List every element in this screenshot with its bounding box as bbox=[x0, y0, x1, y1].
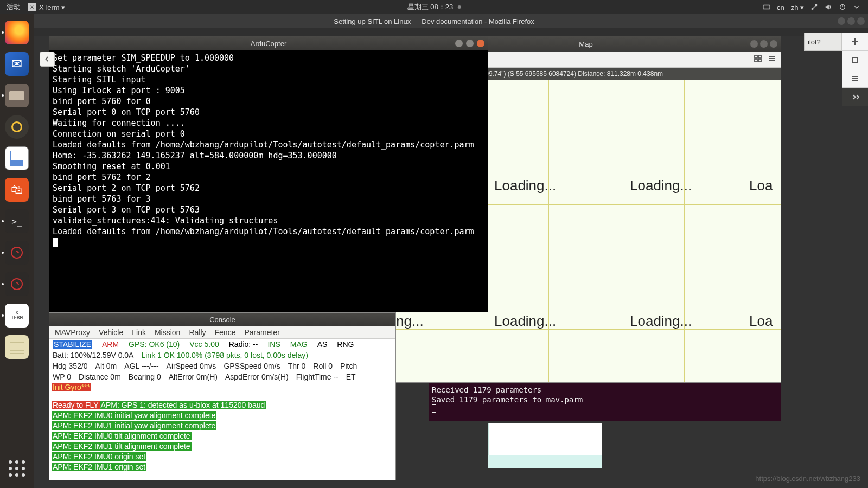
log-ekf-2: APM: EKF2 IMU1 initial yaw alignment com… bbox=[52, 421, 216, 430]
map-loading-1: Loading... bbox=[494, 177, 556, 194]
firefox-sidebuttons bbox=[842, 33, 868, 106]
map-close-button[interactable] bbox=[770, 40, 777, 48]
status-wp: WP 0 bbox=[53, 373, 71, 381]
app-menu[interactable]: X XTerm ▾ bbox=[28, 3, 65, 11]
console-row-2: Batt: 100%/12.59V 0.0A Link 1 OK 100.0% … bbox=[49, 350, 395, 361]
minimize-button[interactable] bbox=[838, 17, 845, 25]
status-pitch: Pitch bbox=[340, 362, 357, 370]
menu-mavproxy[interactable]: MAVProxy bbox=[55, 328, 90, 337]
map-maximize-button[interactable] bbox=[760, 40, 768, 48]
log-ekf-5: APM: EKF2 IMU0 origin set bbox=[52, 452, 146, 461]
gterm-line-1: Received 1179 parameters bbox=[432, 385, 778, 395]
map-loading-5: Loading... bbox=[494, 313, 556, 330]
close-button[interactable] bbox=[857, 17, 865, 25]
ime-zh[interactable]: zh ▾ bbox=[791, 3, 804, 11]
new-tab-button[interactable] bbox=[842, 33, 868, 51]
dock-notes[interactable] bbox=[5, 335, 29, 359]
console-menubar: MAVProxy Vehicle Link Mission Rally Fenc… bbox=[49, 326, 395, 339]
status-link: Link 1 OK 100.0% (3798 pkts, 0 lost, 0.0… bbox=[141, 351, 308, 359]
extensions-button[interactable] bbox=[842, 51, 868, 69]
page-fragment-2 bbox=[488, 455, 602, 468]
dock-rhythmbox[interactable] bbox=[5, 115, 29, 139]
menu-link[interactable]: Link bbox=[132, 328, 146, 337]
chevron-down-icon[interactable] bbox=[853, 3, 860, 11]
log-init-gyro: Init Gyro*** bbox=[52, 383, 91, 391]
status-gpsspeed: GPSSpeed 0m/s bbox=[224, 362, 280, 370]
status-mag: MAG bbox=[290, 340, 308, 349]
watermark: https://blog.csdn.net/wbzhang233 bbox=[755, 474, 860, 483]
status-alt: Alt 0m bbox=[95, 362, 117, 370]
dock-software[interactable]: 🛍 bbox=[5, 178, 29, 202]
gnome-terminal[interactable]: Received 1179 parameters Saved 1179 para… bbox=[429, 383, 781, 421]
status-alterror: AltError 0m(H) bbox=[169, 373, 218, 381]
menu-mission[interactable]: Mission bbox=[155, 328, 180, 337]
svg-rect-0 bbox=[763, 5, 770, 9]
clock[interactable]: 星期三 08：23 bbox=[407, 2, 454, 12]
dock-app-2[interactable] bbox=[5, 272, 29, 296]
map-tool-icon-1[interactable] bbox=[754, 54, 762, 65]
xterm-icon: X bbox=[28, 3, 36, 11]
map-loading-3: Loa bbox=[749, 177, 773, 194]
dock-xterm[interactable]: XTERM bbox=[5, 304, 29, 328]
gterm-line-2: Saved 1179 parameters to mav.parm bbox=[432, 395, 778, 404]
svg-rect-6 bbox=[758, 55, 761, 58]
map-title: Map bbox=[579, 40, 592, 48]
dock-files[interactable] bbox=[5, 84, 29, 107]
notification-dot-icon bbox=[457, 5, 461, 9]
status-airspeed: AirSpeed 0m/s bbox=[167, 362, 216, 370]
browser-tab-fragment[interactable]: ilot? bbox=[804, 33, 842, 51]
status-as: AS bbox=[317, 340, 328, 349]
xterm-cursor bbox=[53, 238, 58, 247]
menu-fence[interactable]: Fence bbox=[215, 328, 236, 337]
menu-parameter[interactable]: Parameter bbox=[244, 328, 279, 337]
gnome-dock: ✉ 🛍 >_ XTERM bbox=[0, 14, 34, 488]
activities-button[interactable]: 活动 bbox=[7, 2, 21, 12]
firefox-menu-button[interactable] bbox=[842, 69, 868, 88]
svg-rect-5 bbox=[755, 55, 757, 58]
console-title: Console bbox=[209, 316, 235, 324]
svg-rect-4 bbox=[852, 57, 858, 63]
status-gps: GPS: OK6 (10) bbox=[129, 340, 180, 349]
menu-vehicle[interactable]: Vehicle bbox=[99, 328, 123, 337]
xterm-output[interactable]: Set parameter SIM_SPEEDUP to 1.000000 St… bbox=[49, 50, 488, 250]
xterm-maximize-button[interactable] bbox=[466, 40, 474, 47]
dock-thunderbird[interactable]: ✉ bbox=[5, 52, 29, 76]
volume-icon[interactable] bbox=[825, 3, 832, 11]
menu-rally[interactable]: Rally bbox=[189, 328, 206, 337]
firefox-titlebar: Setting up SITL on Linux — Dev documenta… bbox=[0, 14, 868, 28]
xterm-title: ArduCopter bbox=[251, 40, 286, 48]
log-ekf-4: APM: EKF2 IMU1 tilt alignment complete bbox=[52, 442, 192, 451]
dock-terminal[interactable]: >_ bbox=[5, 209, 29, 233]
dock-writer[interactable] bbox=[5, 146, 29, 170]
map-hamburger-icon[interactable] bbox=[768, 54, 776, 65]
show-apps-button[interactable] bbox=[5, 457, 29, 480]
console-row-1: STABILIZE ARM GPS: OK6 (10) Vcc 5.00 Rad… bbox=[49, 339, 395, 350]
status-flighttime: FlightTime -- bbox=[296, 373, 339, 381]
status-et: ET bbox=[346, 373, 356, 381]
sidebar-toggle-button[interactable] bbox=[842, 88, 868, 106]
back-button[interactable] bbox=[40, 52, 55, 67]
console-window: Console MAVProxy Vehicle Link Mission Ra… bbox=[49, 312, 396, 480]
xterm-window: ArduCopter Set parameter SIM_SPEEDUP to … bbox=[49, 36, 488, 312]
page-fragment-1 bbox=[488, 423, 602, 455]
app-menu-label: XTerm ▾ bbox=[39, 3, 65, 11]
keyboard-icon[interactable] bbox=[763, 3, 770, 11]
map-minimize-button[interactable] bbox=[750, 40, 758, 48]
dock-app-1[interactable] bbox=[5, 241, 29, 265]
status-mode: STABILIZE bbox=[53, 340, 92, 349]
console-row-3: Hdg 352/0 Alt 0m AGL ---/--- AirSpeed 0m… bbox=[49, 361, 395, 371]
maximize-button[interactable] bbox=[847, 17, 855, 25]
dock-firefox[interactable] bbox=[5, 21, 29, 44]
network-icon[interactable] bbox=[810, 3, 818, 11]
gnome-top-panel: 活动 X XTerm ▾ 星期三 08：23 cn zh ▾ bbox=[0, 0, 868, 14]
log-ekf-1: APM: EKF2 IMU0 initial yaw alignment com… bbox=[52, 411, 216, 420]
power-icon[interactable] bbox=[839, 3, 846, 11]
xterm-close-button[interactable] bbox=[477, 40, 484, 47]
status-radio: Radio: -- bbox=[229, 340, 258, 349]
status-rng: RNG bbox=[337, 340, 354, 349]
xterm-minimize-button[interactable] bbox=[455, 40, 463, 47]
ime-cn[interactable]: cn bbox=[777, 3, 784, 11]
status-ins: INS bbox=[267, 340, 280, 349]
log-ekf-6: APM: EKF2 IMU1 origin set bbox=[52, 463, 146, 471]
log-ready: Ready to FLY bbox=[52, 401, 100, 409]
